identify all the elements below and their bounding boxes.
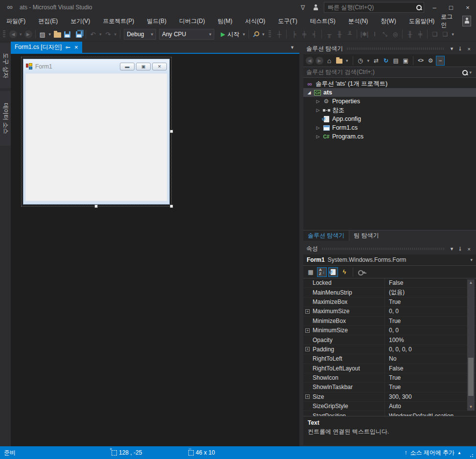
se-back-icon[interactable]: ◀ bbox=[305, 56, 314, 66]
se-properties-icon[interactable]: ⚙ bbox=[426, 56, 435, 66]
menu-edit[interactable]: 편집(E) bbox=[34, 15, 62, 27]
menu-view[interactable]: 보기(V) bbox=[66, 15, 94, 27]
add-to-source-control-button[interactable]: ↑ 소스 제어에 추가 ▲ bbox=[404, 449, 461, 457]
maximize-button[interactable]: □ bbox=[443, 1, 459, 14]
se-nested-icon[interactable]: ▤ bbox=[391, 56, 400, 66]
property-row[interactable]: MainMenuStrip(없음) bbox=[303, 288, 476, 297]
align-centers-icon[interactable]: ╪ bbox=[299, 31, 309, 38]
resize-handle-bottom-right[interactable] bbox=[170, 205, 173, 208]
object-selector[interactable]: Form1 System.Windows.Forms.Form ▾ bbox=[303, 254, 476, 266]
menu-window[interactable]: 창(W) bbox=[376, 15, 400, 27]
menu-file[interactable]: 파일(F) bbox=[2, 15, 30, 27]
menu-help[interactable]: 도움말(H) bbox=[405, 15, 439, 27]
window-position-caret-icon[interactable]: ▾ bbox=[448, 246, 456, 252]
scrollbar-thumb[interactable] bbox=[468, 358, 474, 396]
quick-launch-box[interactable]: 빠른 실행(Ctrl+Q) bbox=[324, 2, 424, 13]
solution-platform-combo[interactable]: Any CPU▾ bbox=[159, 29, 214, 40]
align-middles-icon[interactable]: ╫ bbox=[334, 31, 344, 38]
navigate-forward-button[interactable]: ▶ bbox=[23, 29, 33, 40]
tree-row-solution[interactable]: ∞ 솔루션 'ats' (1개 프로젝트) bbox=[303, 79, 476, 88]
se-filter-caret-icon[interactable]: ▾ bbox=[366, 58, 371, 63]
redo-caret-icon[interactable]: ▾ bbox=[113, 32, 118, 37]
property-row[interactable]: StartPositionWindowsDefaultLocation bbox=[303, 411, 476, 416]
toolbox-tab[interactable]: 도구 상자 bbox=[0, 43, 11, 88]
new-project-caret-icon[interactable]: ▾ bbox=[47, 32, 53, 37]
solution-explorer-search[interactable]: 솔루션 탐색기 검색(Ctrl+;) ▾ bbox=[303, 67, 476, 78]
make-same-size-icon[interactable]: ⤡ bbox=[380, 31, 390, 38]
property-row[interactable]: +Size300, 300 bbox=[303, 392, 476, 402]
tab-form1-designer[interactable]: Form1.cs [디자인] ⊸ × bbox=[11, 42, 82, 53]
se-switch-views-icon[interactable] bbox=[335, 56, 343, 66]
se-switch-views-caret-icon[interactable]: ▾ bbox=[344, 58, 350, 63]
redo-button[interactable]: ↷ bbox=[103, 29, 113, 40]
auto-hide-pin-icon[interactable]: ⊸ bbox=[457, 44, 463, 53]
layout-caret-icon[interactable]: ▾ bbox=[450, 32, 455, 37]
events-icon[interactable]: ϟ bbox=[340, 267, 349, 277]
start-caret-icon[interactable]: ▾ bbox=[241, 32, 247, 37]
property-row[interactable]: ShowIconTrue bbox=[303, 373, 476, 383]
menu-project[interactable]: 프로젝트(P) bbox=[98, 15, 138, 27]
undo-caret-icon[interactable]: ▾ bbox=[98, 32, 103, 37]
properties-header[interactable]: 속성 ▾ ⊸ × bbox=[303, 243, 476, 254]
menu-build[interactable]: 빌드(B) bbox=[142, 15, 171, 27]
property-row[interactable]: Opacity100% bbox=[303, 335, 476, 344]
expander-open-icon[interactable]: ◢ bbox=[305, 90, 313, 95]
expander-closed-icon[interactable]: ▷ bbox=[314, 99, 322, 104]
properties-view-icon[interactable] bbox=[328, 267, 338, 277]
se-view-code-icon[interactable]: <> bbox=[416, 56, 425, 66]
vertical-spacing-icon[interactable]: ╪ bbox=[415, 31, 425, 38]
tree-row-form1[interactable]: ▷ Form1.cs bbox=[303, 123, 476, 132]
alphabetical-sort-icon[interactable]: AZ↓ bbox=[317, 267, 327, 277]
menu-format[interactable]: 서식(O) bbox=[241, 15, 270, 27]
menu-tools[interactable]: 도구(T) bbox=[273, 15, 301, 27]
se-refresh-icon[interactable]: ↻ bbox=[382, 56, 390, 66]
avatar[interactable] bbox=[462, 16, 471, 26]
property-grid-scrollbar[interactable]: ▲ ▼ bbox=[467, 279, 475, 411]
expand-property-icon[interactable]: + bbox=[305, 347, 310, 351]
navigate-back-button[interactable]: ◀ bbox=[8, 29, 18, 40]
toolbar-options-caret-icon[interactable]: ▾ bbox=[261, 32, 266, 37]
size-to-grid-icon[interactable]: ◎ bbox=[390, 31, 400, 38]
tree-row-properties[interactable]: ▷ ⚙ Properties bbox=[303, 97, 476, 106]
tree-row-project-ats[interactable]: ◢ C# ats bbox=[303, 88, 476, 97]
open-file-button[interactable] bbox=[52, 29, 62, 40]
pin-icon[interactable]: ⊸ bbox=[66, 44, 70, 51]
tree-row-program[interactable]: ▷ C# Program.cs bbox=[303, 132, 476, 141]
close-tab-icon[interactable]: × bbox=[74, 44, 78, 51]
property-row[interactable]: SizeGripStyleAuto bbox=[303, 402, 476, 411]
snap-to-grid-icon[interactable]: ┼ bbox=[274, 31, 284, 38]
se-home-icon[interactable]: ⌂ bbox=[325, 56, 334, 66]
data-sources-tab[interactable]: 데이터 소스 bbox=[0, 91, 11, 146]
new-project-button[interactable]: ▨ bbox=[38, 29, 47, 40]
property-row[interactable]: RightToLeftLayoutFalse bbox=[303, 364, 476, 373]
se-preview-selected-icon[interactable]: − bbox=[436, 56, 445, 66]
property-pages-key-icon[interactable] bbox=[357, 267, 366, 277]
close-button[interactable]: × bbox=[459, 1, 476, 14]
toolbar-grip[interactable] bbox=[3, 30, 5, 38]
property-row[interactable]: +MinimumSize0, 0 bbox=[303, 326, 476, 335]
align-bottoms-icon[interactable]: ╨ bbox=[344, 31, 355, 38]
save-button[interactable] bbox=[62, 29, 72, 40]
property-row[interactable]: RightToLeftNo bbox=[303, 354, 476, 364]
menu-test[interactable]: 테스트(S) bbox=[306, 15, 340, 27]
undo-button[interactable]: ↶ bbox=[88, 29, 98, 40]
feedback-icon[interactable] bbox=[309, 2, 322, 12]
save-all-button[interactable] bbox=[74, 29, 84, 40]
form-client-area[interactable] bbox=[25, 73, 167, 201]
window-position-caret-icon[interactable]: ▾ bbox=[448, 46, 456, 52]
align-tops-icon[interactable]: ╥ bbox=[324, 31, 334, 38]
expander-closed-icon[interactable]: ▷ bbox=[314, 125, 322, 130]
start-debug-button[interactable]: ▶ 시작 bbox=[219, 30, 241, 39]
property-row[interactable]: ShowInTaskbarTrue bbox=[303, 383, 476, 392]
resize-grip[interactable] bbox=[470, 453, 475, 458]
scroll-down-icon[interactable]: ▼ bbox=[467, 404, 475, 411]
auto-hide-pin-icon[interactable]: ⊸ bbox=[457, 244, 463, 253]
tree-row-appconfig[interactable]: App.config bbox=[303, 115, 476, 123]
expand-property-icon[interactable]: + bbox=[305, 394, 310, 399]
expand-property-icon[interactable]: + bbox=[305, 328, 310, 333]
make-same-height-icon[interactable]: I bbox=[369, 31, 380, 38]
find-in-files-button[interactable] bbox=[251, 29, 261, 40]
property-row[interactable]: +MaximumSize0, 0 bbox=[303, 307, 476, 316]
se-sync-with-active-document-icon[interactable]: ⇄ bbox=[372, 56, 381, 66]
se-copy-icon[interactable]: ▣ bbox=[401, 56, 410, 66]
